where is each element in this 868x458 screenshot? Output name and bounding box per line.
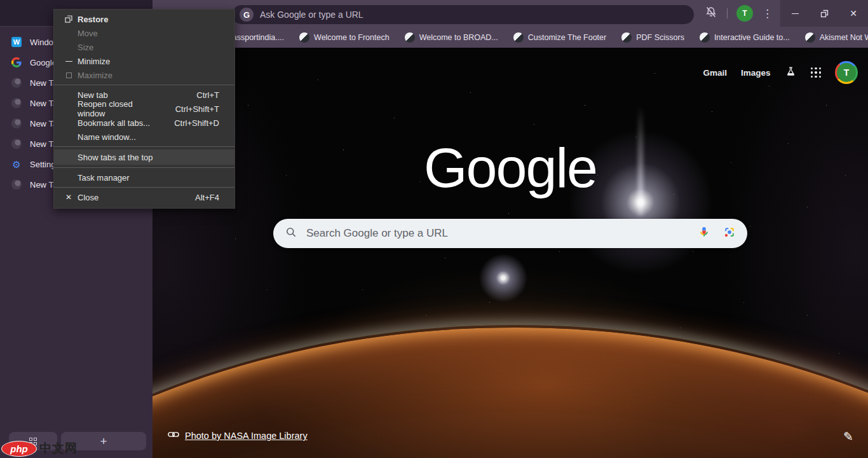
address-bar[interactable]: G Ask Google or type a URL [232, 5, 694, 24]
menu-item-move: Move [54, 26, 234, 40]
minimize-icon [60, 61, 78, 62]
profile-avatar[interactable]: T [736, 5, 753, 22]
w-favicon-icon: W [11, 37, 22, 47]
window-context-menu: Restore Move Size Minimize Maximize New … [53, 9, 235, 209]
search-box[interactable]: Search Google or type a URL [273, 219, 747, 248]
shortcut-label: Ctrl+Shift+D [174, 118, 219, 128]
browser-menu-icon[interactable]: ⋮ [762, 8, 773, 19]
globe-favicon-icon [405, 32, 415, 43]
close-icon: ✕ [60, 193, 78, 202]
menu-item-task-manager[interactable]: Task manager [54, 170, 234, 184]
google-logo: Google [153, 135, 868, 200]
globe-favicon-icon [11, 139, 22, 149]
php-logo: php [1, 441, 37, 457]
minimize-button[interactable] [785, 4, 804, 23]
search-icon [285, 226, 297, 241]
bookmark-item[interactable]: PDF Scissors [621, 32, 684, 43]
menu-item-restore[interactable]: Restore [54, 12, 234, 26]
bookmarks-bar: w.passportindia.... Welcome to Frontech … [153, 27, 868, 48]
restore-icon [60, 15, 78, 23]
globe-favicon-icon [805, 32, 815, 43]
restore-button[interactable] [815, 4, 834, 23]
google-favicon-icon: G [240, 8, 254, 22]
photo-credit-text[interactable]: Photo by NASA Image Library [185, 431, 308, 441]
globe-favicon-icon [700, 32, 710, 43]
globe-favicon-icon [513, 32, 524, 43]
menu-item-maximize: Maximize [54, 68, 234, 82]
toolbar-separator [727, 8, 728, 18]
globe-favicon-icon [11, 118, 22, 128]
browser-toolbar: G Ask Google or type a URL T ⋮ [153, 0, 868, 27]
bookmark-item[interactable]: Welcome to Frontech [299, 32, 390, 43]
globe-favicon-icon [621, 32, 632, 43]
menu-separator [54, 146, 234, 147]
watermark-cn-text: 中文网 [39, 440, 78, 457]
search-placeholder[interactable]: Search Google or type a URL [306, 227, 698, 240]
bookmark-item[interactable]: Customize The Footer [513, 32, 606, 43]
google-apps-icon[interactable] [811, 67, 822, 78]
menu-separator [54, 167, 234, 168]
globe-favicon-icon [11, 179, 22, 190]
new-tab-page: Gmail Images T Google Search Google or t… [153, 48, 868, 458]
menu-item-bookmark-all-tabs[interactable]: Bookmark all tabs...Ctrl+Shift+D [54, 116, 234, 130]
globe-favicon-icon [11, 78, 22, 88]
address-placeholder[interactable]: Ask Google or type a URL [260, 10, 363, 20]
php-cn-watermark: php 中文网 [1, 440, 78, 457]
plus-icon: + [100, 435, 107, 447]
menu-separator [54, 187, 234, 188]
customize-chrome-pencil-icon[interactable]: ✎ [843, 429, 853, 444]
browser-window: G Ask Google or type a URL T ⋮ ✕ w.passp… [0, 0, 868, 458]
google-logo-icon [11, 57, 22, 67]
bookmark-item[interactable]: Interactive Guide to... [700, 32, 790, 43]
menu-item-close[interactable]: ✕CloseAlt+F4 [54, 190, 234, 204]
photo-credit-link[interactable]: Photo by NASA Image Library [168, 430, 308, 441]
notifications-off-icon[interactable] [704, 5, 718, 22]
menu-item-minimize[interactable]: Minimize [54, 54, 234, 68]
shortcut-label: Ctrl+Shift+T [175, 104, 219, 114]
globe-favicon-icon [299, 32, 309, 43]
window-controls: ✕ [780, 0, 868, 27]
account-avatar[interactable]: T [835, 61, 858, 84]
shortcut-label: Alt+F4 [195, 193, 219, 202]
menu-separator [54, 85, 234, 85]
menu-item-reopen-closed-window[interactable]: Reopen closed windowCtrl+Shift+T [54, 102, 234, 116]
google-lens-icon[interactable] [723, 226, 736, 241]
menu-item-size: Size [54, 40, 234, 54]
shortcut-label: Ctrl+T [196, 90, 219, 100]
bookmark-item[interactable]: Welcome to BROAD... [405, 32, 498, 43]
maximize-icon [60, 73, 78, 78]
menu-item-show-tabs-at-top[interactable]: Show tabs at the top [54, 149, 234, 165]
globe-favicon-icon [11, 98, 22, 108]
close-button[interactable]: ✕ [844, 4, 863, 23]
gmail-link[interactable]: Gmail [703, 68, 727, 78]
gear-icon: ⚙ [11, 159, 22, 169]
images-link[interactable]: Images [741, 68, 771, 78]
link-icon [168, 430, 179, 441]
bookmark-item[interactable]: Akismet Not Workin... [805, 32, 868, 43]
menu-item-name-window[interactable]: Name window... [54, 130, 234, 144]
labs-flask-icon[interactable] [785, 66, 797, 80]
small-star-glow [475, 249, 532, 307]
voice-search-icon[interactable] [698, 226, 710, 241]
